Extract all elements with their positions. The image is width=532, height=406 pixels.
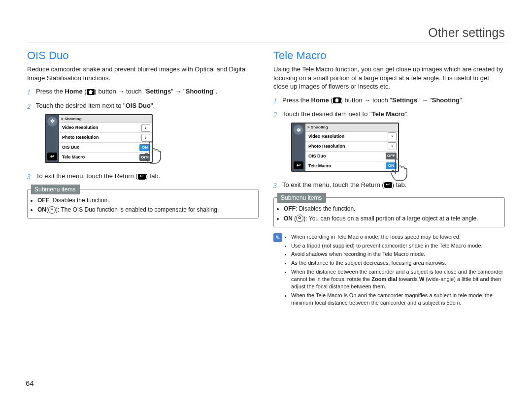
flower-icon: ✿ xyxy=(296,215,303,222)
ois-icon: ✲ xyxy=(48,206,56,214)
breadcrumb: > Shooting xyxy=(59,115,152,123)
submenu-box-telemacro: Submenu items OFF: Disables the function… xyxy=(273,197,505,227)
step-text: Touch the desired item next to "OIS Duo"… xyxy=(36,101,259,168)
submenu-title: Submenu items xyxy=(277,193,326,203)
pencil-icon: ✎ xyxy=(273,233,282,242)
gear-icon: ✲ xyxy=(294,125,303,135)
submenu-item: ON (✿): You can focus on a small portion… xyxy=(284,215,499,223)
gear-icon: ✲ xyxy=(47,117,57,126)
page-number: 64 xyxy=(26,379,34,387)
submenu-item: OFF: Disables the function. xyxy=(37,196,253,205)
menu-list: > Shooting Video Resolution › Photo Reso… xyxy=(59,115,152,162)
menu-row-photo-res: Photo Resolution › xyxy=(305,142,398,152)
step-2-ois: 2 Touch the desired item next to "OIS Du… xyxy=(27,101,259,168)
note-item: When the Tele Macro is On and the camcor… xyxy=(291,292,505,307)
submenu-list: OFF: Disables the function. ON (✿): You … xyxy=(284,205,499,223)
step-text: To exit the menu, touch the Return () ta… xyxy=(36,172,259,182)
home-icon xyxy=(87,89,95,95)
menu-row-video-res: Video Resolution › xyxy=(59,123,152,133)
return-icon xyxy=(384,182,392,188)
note-item: As the distance to the subject decreases… xyxy=(291,259,505,267)
column-ois-duo: OIS Duo Reduce camcorder shake and preve… xyxy=(27,49,259,308)
step-3-telemacro: 3 To exit the menu, touch the Return () … xyxy=(273,181,505,191)
chevron-right-icon: › xyxy=(388,132,397,140)
submenu-box-ois: Submenu items OFF: Disables the function… xyxy=(27,189,259,219)
column-tele-macro: Tele Macro Using the Tele Macro function… xyxy=(273,49,505,308)
screenshot-telemacro: ✲ ↩ > Shooting Video Resolution › xyxy=(291,123,505,171)
return-icon: ↩ xyxy=(294,161,303,169)
menu-list: > Shooting Video Resolution › Photo Reso… xyxy=(305,124,398,170)
step-number: 1 xyxy=(27,87,36,97)
step-1-telemacro: 1 Press the Home () button → touch "Sett… xyxy=(273,96,505,106)
note-item: Use a tripod (not supplied) to prevent c… xyxy=(291,242,505,250)
submenu-item: ON(✲): The OIS Duo function is enabled t… xyxy=(37,206,253,214)
page-header: Other settings xyxy=(27,26,505,42)
page: Other settings OIS Duo Reduce camcorder … xyxy=(0,0,532,406)
menu-row-tele-macro: Tele Macro ON xyxy=(305,161,398,171)
note-item: Avoid shadows when recording in the Tele… xyxy=(291,250,505,258)
submenu-list: OFF: Disables the function. ON(✲): The O… xyxy=(37,196,253,215)
camera-menu-screen: ✲ ↩ > Shooting Video Resolution › xyxy=(45,114,153,163)
finger-pointer-icon xyxy=(143,140,164,164)
step-text: Touch the desired item next to "Tele Mac… xyxy=(282,110,505,176)
step-number: 3 xyxy=(273,181,282,191)
camera-menu-screen: ✲ ↩ > Shooting Video Resolution › xyxy=(291,123,399,171)
step-1-ois: 1 Press the Home () button → touch "Sett… xyxy=(27,87,259,97)
menu-row-ois-duo: OIS Duo ON xyxy=(59,143,152,153)
chevron-right-icon: › xyxy=(141,124,150,132)
note-item: When recording in Tele Macro mode, the f… xyxy=(291,233,505,241)
content-columns: OIS Duo Reduce camcorder shake and preve… xyxy=(27,49,505,308)
notes-list: When recording in Tele Macro mode, the f… xyxy=(291,233,505,308)
notes-box: ✎ When recording in Tele Macro mode, the… xyxy=(273,233,505,308)
step-number: 2 xyxy=(273,110,282,176)
step-2-telemacro: 2 Touch the desired item next to "Tele M… xyxy=(273,110,505,176)
steps-telemacro: 1 Press the Home () button → touch "Sett… xyxy=(273,96,505,191)
screenshot-ois: ✲ ↩ > Shooting Video Resolution › xyxy=(45,114,259,163)
chevron-right-icon: › xyxy=(388,142,397,150)
note-item: When the distance between the camcorder … xyxy=(291,268,505,290)
submenu-item: OFF: Disables the function. xyxy=(284,205,499,213)
menu-row-photo-res: Photo Resolution › xyxy=(59,133,152,143)
steps-ois: 1 Press the Home () button → touch "Sett… xyxy=(27,87,259,182)
step-text: Press the Home () button → touch "Settin… xyxy=(282,96,505,106)
sidebar-column: ✲ ↩ xyxy=(292,124,305,170)
sidebar-column: ✲ ↩ xyxy=(46,115,59,162)
step-text: To exit the menu, touch the Return () ta… xyxy=(282,181,505,191)
menu-row-ois-duo: OIS Duo OFF xyxy=(305,152,398,161)
home-icon xyxy=(333,97,341,103)
finger-pointer-icon xyxy=(390,157,410,182)
menu-row-tele-macro: Tele Macro OFF xyxy=(59,153,152,162)
intro-telemacro: Using the Tele Macro function, you can g… xyxy=(273,65,505,91)
step-number: 1 xyxy=(273,96,282,106)
breadcrumb: > Shooting xyxy=(305,124,398,131)
step-number: 2 xyxy=(27,101,36,168)
section-title-ois: OIS Duo xyxy=(27,49,259,62)
section-title-telemacro: Tele Macro xyxy=(273,49,505,62)
return-icon xyxy=(138,174,146,180)
note-icon: ✎ xyxy=(273,233,284,308)
intro-ois: Reduce camcorder shake and prevent blurr… xyxy=(27,65,259,82)
return-icon: ↩ xyxy=(47,153,57,160)
submenu-title: Submenu items xyxy=(31,185,80,194)
step-text: Press the Home () button → touch "Settin… xyxy=(36,87,259,97)
menu-row-video-res: Video Resolution › xyxy=(305,132,398,142)
step-3-ois: 3 To exit the menu, touch the Return () … xyxy=(27,172,259,182)
step-number: 3 xyxy=(27,172,36,182)
